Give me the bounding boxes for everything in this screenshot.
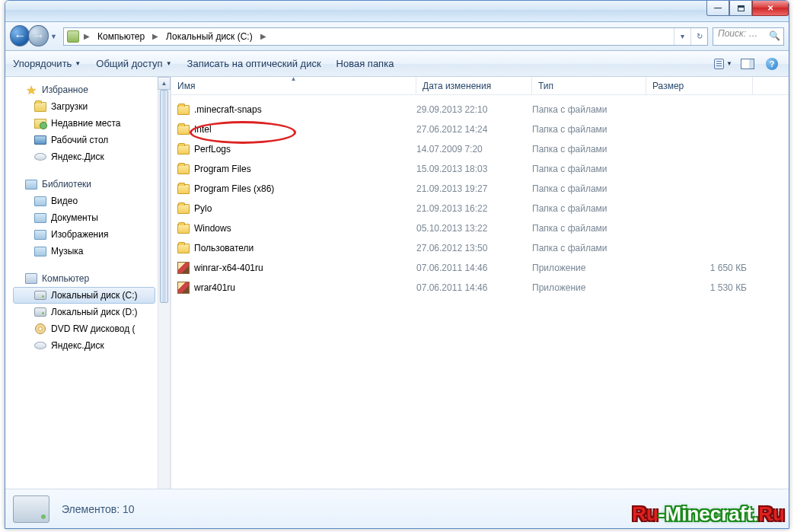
file-row[interactable]: Program Files (x86)21.09.2013 19:27Папка… [171,179,789,199]
file-name: PerfLogs [194,144,231,155]
yandex-disk-icon [34,153,46,161]
file-name: Program Files [194,164,251,174]
sidebar-item-videos[interactable]: Видео [13,193,155,209]
file-type: Папка с файлами [532,243,646,253]
file-row[interactable]: Pylo21.09.2013 16:22Папка с файлами [171,199,789,218]
file-name: Program Files (x86) [194,183,274,194]
sidebar-libraries-header[interactable]: Библиотеки [13,176,155,193]
file-type: Приложение [532,263,646,273]
sidebar-item-pictures[interactable]: Изображения [13,226,155,243]
exe-icon [177,262,190,274]
view-options-button[interactable]: ▼ [714,56,732,72]
chevron-right-icon[interactable]: ▶ [151,32,160,40]
chevron-right-icon[interactable]: ▶ [82,32,91,40]
organize-menu[interactable]: Упорядочить▼ [13,58,81,69]
file-row[interactable]: winrar-x64-401ru07.06.2011 14:46Приложен… [171,258,789,278]
explorer-window: — ✕ ← → ▼ ▶ Компьютер ▶ Локальный диск (… [5,0,789,529]
back-button[interactable]: ← [10,25,30,46]
help-button[interactable]: ? [763,56,781,72]
file-row[interactable]: Windows05.10.2013 13:22Папка с файлами [171,218,789,238]
music-icon [34,247,46,256]
refresh-button[interactable]: ↻ [690,28,707,45]
sidebar-favorites-header[interactable]: Избранное [13,81,155,98]
file-name: Intel [194,124,212,135]
nav-history-dropdown[interactable]: ▼ [49,25,59,48]
chevron-right-icon[interactable]: ▶ [259,32,268,40]
folder-icon [177,105,190,115]
drive-icon [34,307,46,317]
drive-icon [67,30,79,43]
scroll-up-button[interactable]: ▲ [158,77,171,90]
file-type: Папка с файлами [532,223,646,234]
close-button[interactable]: ✕ [752,1,789,16]
share-menu[interactable]: Общий доступ▼ [96,58,171,69]
search-input[interactable]: Поиск: … [713,27,784,46]
burn-button[interactable]: Записать на оптический диск [187,58,321,69]
file-name: Pylo [194,203,212,214]
scrollbar-track[interactable] [158,90,171,489]
file-date: 21.09.2013 16:22 [416,203,532,214]
file-name: Пользователи [194,243,254,253]
file-type: Папка с файлами [532,104,646,115]
file-name: wrar401ru [194,282,235,293]
sidebar-item-desktop[interactable]: Рабочий стол [13,132,155,148]
file-name: .minecraft-snaps [194,104,262,115]
file-date: 07.06.2011 14:46 [416,263,532,273]
minimize-button[interactable]: — [706,1,729,16]
sidebar-item-yandex-disk[interactable]: Яндекс.Диск [13,148,155,165]
file-date: 14.07.2009 7:20 [416,144,532,155]
folder-icon [177,224,190,234]
file-type: Папка с файлами [532,183,646,194]
file-date: 07.06.2011 14:46 [416,282,532,293]
sidebar-item-documents[interactable]: Документы [13,209,155,226]
sidebar-item-downloads[interactable]: Загрузки [13,98,155,115]
breadcrumb-computer[interactable]: Компьютер [94,31,148,42]
maximize-button[interactable] [729,1,752,16]
forward-button[interactable]: → [28,25,48,46]
sidebar-item-music[interactable]: Музыка [13,243,155,260]
sidebar-item-recent[interactable]: Недавние места [13,115,155,132]
file-row[interactable]: Intel27.06.2012 14:24Папка с файлами [171,119,789,139]
column-header-size[interactable]: Размер [646,77,753,94]
column-header-type[interactable]: Тип [532,77,646,94]
folder-icon [34,102,46,112]
file-date: 21.09.2013 19:27 [416,183,532,194]
file-row[interactable]: Пользователи27.06.2012 13:50Папка с файл… [171,238,789,258]
status-text: Элементов: 10 [62,503,135,515]
exe-icon [177,282,190,294]
documents-icon [34,213,46,223]
file-date: 27.06.2012 14:24 [416,124,532,135]
column-header-name[interactable]: ▲Имя [171,77,416,94]
sidebar-item-drive-c[interactable]: Локальный диск (C:) [13,287,155,304]
star-icon [25,84,37,96]
sidebar-item-yandex-disk-drive[interactable]: Яндекс.Диск [13,337,155,354]
file-row[interactable]: .minecraft-snaps29.09.2013 22:10Папка с … [171,100,789,119]
file-row[interactable]: PerfLogs14.07.2009 7:20Папка с файлами [171,139,789,159]
folder-icon [177,145,190,155]
address-bar[interactable]: ▶ Компьютер ▶ Локальный диск (C:) ▶ ▾ ↻ [63,27,708,46]
file-size: 1 530 КБ [646,282,747,293]
folder-icon [177,125,190,135]
scrollbar-thumb[interactable] [160,90,168,303]
address-dropdown[interactable]: ▾ [674,28,690,45]
file-row[interactable]: wrar401ru07.06.2011 14:46Приложение1 530… [171,278,789,298]
preview-pane-button[interactable] [738,56,757,72]
folder-icon [177,244,190,253]
sidebar-computer-header[interactable]: Компьютер [13,270,155,287]
yandex-disk-icon [34,342,46,349]
file-type: Приложение [532,282,646,293]
sidebar-item-drive-d[interactable]: Локальный диск (D:) [13,304,155,320]
new-folder-button[interactable]: Новая папка [336,58,394,69]
folder-icon [177,164,190,174]
drive-icon [13,495,49,523]
drive-icon [34,291,46,300]
file-list: ▲Имя Дата изменения Тип Размер .minecraf… [171,77,789,502]
file-date: 15.09.2013 18:03 [416,164,532,174]
breadcrumb-drive-c[interactable]: Локальный диск (C:) [163,31,256,42]
file-row[interactable]: Program Files15.09.2013 18:03Папка с фай… [171,159,789,179]
column-header-date[interactable]: Дата изменения [416,77,532,94]
sidebar-item-dvd[interactable]: DVD RW дисковод ( [13,320,155,337]
desktop-icon [34,135,46,145]
file-name: winrar-x64-401ru [194,263,263,273]
file-size: 1 650 КБ [646,263,747,273]
